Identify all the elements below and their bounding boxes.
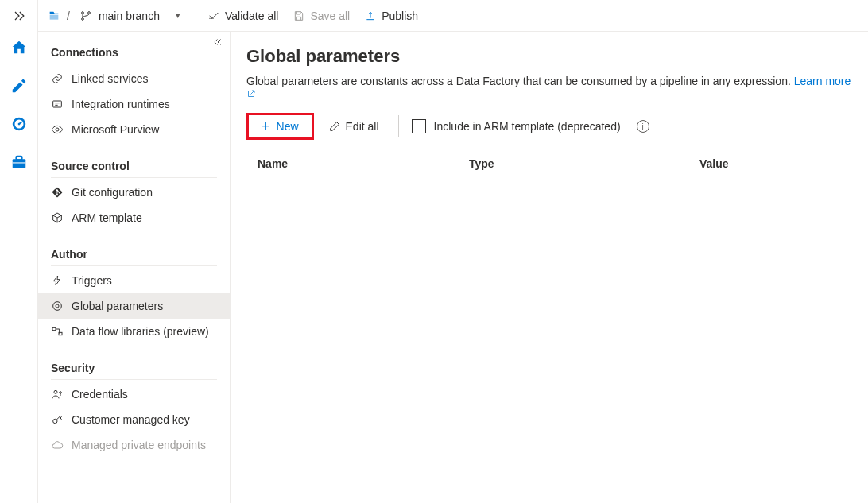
home-icon [10,39,28,56]
page-title: Global parameters [246,46,852,67]
cloud-lock-icon [51,439,64,451]
publish-label: Publish [382,10,418,22]
top-toolbar: / main branch ▾ Validate all Save all Pu… [38,0,868,32]
datafactory-icon [48,10,60,22]
chevron-double-right-icon [11,8,27,24]
nav-integration-runtimes[interactable]: Integration runtimes [38,91,230,117]
nav-label: Global parameters [72,300,163,312]
page-description: Global parameters are constants across a… [246,75,852,100]
nav-global-parameters[interactable]: Global parameters [38,293,230,319]
nav-git-configuration[interactable]: Git configuration [38,180,230,205]
cube-icon [51,211,64,224]
parameters-icon [51,300,64,312]
section-security-title: Security [51,355,217,380]
params-table-header: Name Type Value [246,151,852,176]
publish-icon [364,10,377,22]
link-icon [51,72,64,85]
plus-icon: + [262,121,270,132]
gauge-icon [10,115,28,133]
svg-point-11 [56,304,59,308]
flow-icon [51,325,64,338]
nav-triggers[interactable]: Triggers [38,268,230,293]
nav-label: Data flow libraries (preview) [72,325,209,338]
column-name: Name [246,157,469,170]
lightning-icon [51,274,64,287]
nav-arm-template[interactable]: ARM template [38,205,230,230]
edit-all-button[interactable]: Edit all [322,115,386,137]
validate-all-label: Validate all [225,10,278,22]
info-icon[interactable]: i [637,120,649,133]
new-button-label: New [277,120,299,133]
eye-icon [51,123,64,136]
pencil-icon [328,120,341,133]
nav-label: Linked services [72,72,149,85]
nav-label: ARM template [72,211,142,224]
branch-picker[interactable]: main branch ▾ [76,8,184,24]
section-connections-title: Connections [51,40,217,64]
branch-label: main branch [99,10,160,22]
include-arm-label: Include in ARM template (deprecated) [434,120,621,133]
svg-point-10 [56,128,59,131]
nav-linked-services[interactable]: Linked services [38,66,230,91]
key-icon [51,413,64,426]
nav-label: Microsoft Purview [72,123,159,136]
svg-point-8 [88,11,91,14]
nav-managed-private-endpoints: Managed private endpoints [38,432,230,458]
check-icon [207,10,220,22]
column-type: Type [469,157,699,170]
save-icon [293,10,305,22]
svg-point-12 [53,302,62,311]
section-author-title: Author [51,242,217,266]
nav-microsoft-purview[interactable]: Microsoft Purview [38,117,230,142]
svg-point-2 [17,123,20,126]
rail-monitor[interactable] [0,105,38,143]
manage-sidebar: Connections Linked services Integration … [38,32,231,503]
nav-label: Triggers [72,274,112,287]
checkbox-box-icon [412,119,426,133]
breadcrumb-separator: / [67,10,70,22]
chevron-double-left-icon [212,37,223,48]
column-value: Value [699,157,852,170]
toolbox-icon [10,153,28,171]
main-pane: Global parameters Global parameters are … [231,32,868,503]
git-branch-icon [79,10,92,22]
runtime-icon [51,98,64,110]
svg-point-15 [54,390,57,393]
save-all-label: Save all [310,10,350,22]
nav-label: Credentials [72,388,128,400]
breadcrumb: / main branch ▾ [48,8,184,24]
rail-home[interactable] [0,29,38,67]
rail-manage[interactable] [0,143,38,181]
save-all-button: Save all [293,10,350,22]
external-link-icon [246,89,256,99]
pencil-icon [10,77,28,95]
person-key-icon [51,388,64,400]
nav-label: Customer managed key [72,413,190,426]
nav-rail [0,0,38,503]
validate-all-button[interactable]: Validate all [207,10,278,22]
toolbar-divider [398,115,399,137]
new-button[interactable]: + New [246,113,314,140]
section-source-control-title: Source control [51,153,217,178]
svg-rect-4 [16,157,21,161]
nav-label: Git configuration [72,186,153,199]
expand-rail-button[interactable] [0,3,37,29]
rail-author[interactable] [0,67,38,105]
nav-customer-managed-key[interactable]: Customer managed key [38,407,230,432]
edit-all-label: Edit all [346,120,379,133]
nav-label: Managed private endpoints [72,439,206,451]
chevron-down-icon: ▾ [176,10,180,21]
svg-point-17 [53,419,57,423]
svg-point-7 [82,17,84,20]
svg-point-16 [60,392,62,394]
svg-rect-9 [53,101,62,107]
params-toolbar: + New Edit all Include in ARM template (… [246,113,852,140]
include-arm-checkbox[interactable]: Include in ARM template (deprecated) [412,119,621,133]
git-icon [51,186,64,199]
nav-credentials[interactable]: Credentials [38,381,230,407]
svg-rect-13 [52,327,56,330]
publish-button[interactable]: Publish [364,10,418,22]
nav-data-flow-libraries[interactable]: Data flow libraries (preview) [38,319,230,344]
collapse-sidebar-button[interactable] [212,37,223,50]
svg-rect-5 [12,162,25,164]
